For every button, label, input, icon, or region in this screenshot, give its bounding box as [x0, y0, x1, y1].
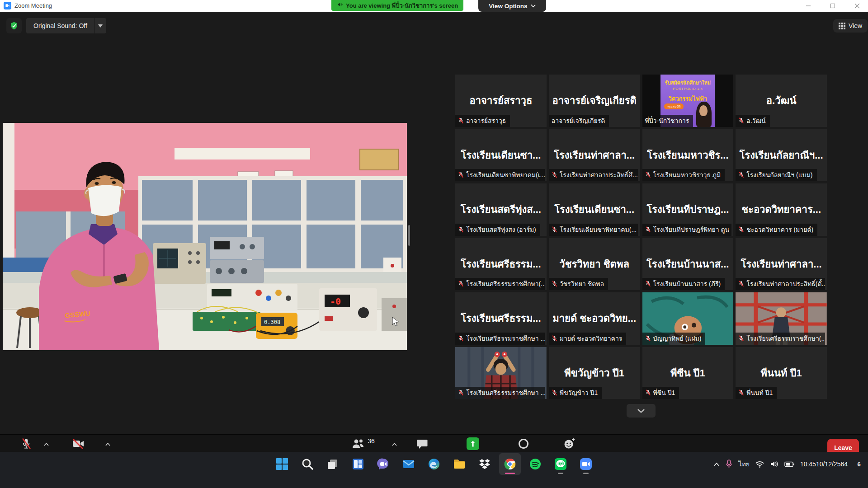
participant-name-label: โรงเรียนมหาวชิราวุธ ภูมิ — [642, 169, 725, 181]
participant-tile[interactable]: โรงเรียนบ้านนาส... โรงเรียนบ้านนาสาร (ภี… — [642, 238, 734, 291]
mic-off-icon — [458, 335, 464, 342]
svg-text:0.308: 0.308 — [264, 319, 280, 325]
tray-overflow-chevron[interactable] — [713, 462, 720, 466]
close-button[interactable] — [853, 1, 862, 10]
participant-display-name: โรงเรียนท่าศาลา... — [738, 258, 825, 270]
participant-tile[interactable]: ชะอวดวิทยาคาร... ชะอวดวิทยาคาร (มายด์) — [736, 183, 827, 236]
view-options-button[interactable]: View Options — [478, 0, 546, 12]
task-view-button[interactable] — [322, 453, 344, 475]
edge-button[interactable] — [423, 453, 445, 475]
participant-name-label: โรงเรียนเดียนซาพิทยาคม(เ... — [455, 169, 545, 181]
unmute-options-chevron[interactable] — [43, 441, 49, 448]
file-explorer-button[interactable] — [448, 453, 470, 475]
original-sound-dropdown[interactable] — [94, 18, 106, 33]
participant-tile-video[interactable]: โรงเรียนศรีธรรมราชศึกษา(... — [736, 292, 827, 345]
participant-name-label: โรงเรียนสตรีทุ่งสง (อาร์ม) — [455, 224, 540, 236]
mic-off-icon — [738, 389, 744, 396]
participants-gallery: อาจารย์สราวุธ อาจารย์สราวุธอาจารย์เจริญเ… — [455, 75, 827, 399]
mic-off-icon — [458, 281, 464, 287]
participant-tile-video[interactable]: โรงเรียนศรีธรรมราชศึกษา ... — [455, 347, 547, 399]
participant-tile[interactable]: อาจารย์สราวุธ อาจารย์สราวุธ — [455, 75, 547, 127]
participant-tile[interactable]: โรงเรียนศรีธรรม... โรงเรียนศรีธรรมราชศึก… — [455, 292, 547, 345]
maximize-button[interactable] — [828, 1, 837, 10]
gallery-scroll-down-button[interactable] — [627, 404, 656, 418]
minimize-button[interactable] — [804, 1, 813, 10]
line-icon — [554, 458, 567, 470]
original-sound-control: Original Sound: Off — [26, 18, 106, 33]
participant-tile[interactable]: โรงเรียนกัลยาณีฯ... โรงเรียนกัลยาณีฯ (แบ… — [736, 129, 827, 182]
language-indicator[interactable]: ไทย — [738, 459, 749, 469]
participant-label-text: โรงเรียนศรีธรรมราชศึกษา(... — [746, 333, 825, 343]
date: 10/12/2564 — [816, 460, 848, 468]
windows-start-button[interactable] — [271, 453, 293, 475]
task-view-icon — [326, 458, 339, 470]
participant-tile[interactable]: มายด์ ชะอวดวิทย... มายด์ ชะอวดวิทยาคาร — [549, 292, 640, 345]
participant-tile[interactable]: โรงเรียนเดียนซา... โรงเรียนเดียนซาพิทยาค… — [549, 183, 640, 236]
chevron-up-icon — [105, 442, 111, 446]
chat-icon — [416, 437, 428, 450]
running-app-indicator — [583, 473, 589, 474]
notification-badge[interactable]: 6 — [854, 459, 864, 469]
teams-chat-button[interactable] — [373, 453, 394, 475]
tray-microphone-in-use[interactable] — [726, 460, 732, 469]
zoom-meeting-window: Zoom Meeting You are viewing พี่ปิ๋ว-นัก… — [0, 0, 868, 488]
participant-tile[interactable]: พี่ขวัญข้าว ปี1 พี่ขวัญข้าว ปี1 — [549, 347, 640, 399]
participant-tile[interactable]: โรงเรียนท่าศาลา... โรงเรียนท่าศาลาประสิท… — [736, 238, 827, 291]
participant-name-label: อาจารย์สราวุธ — [455, 115, 510, 127]
participant-tile[interactable]: อาจารย์เจริญเกียรติอาจารย์เจริญเกียรติ — [549, 75, 640, 127]
widgets-button[interactable] — [347, 453, 369, 475]
zoom-app-button[interactable] — [575, 453, 597, 475]
running-app-indicator — [558, 473, 563, 474]
wifi-icon[interactable] — [755, 461, 764, 468]
participant-label-text: โรงเรียนศรีธรรมราชศึกษา ... — [466, 388, 545, 398]
participant-display-name: โรงเรียนบ้านนาส... — [644, 258, 731, 270]
participants-options-chevron[interactable] — [392, 441, 397, 448]
view-layout-button[interactable]: View — [833, 19, 868, 33]
mic-off-icon — [645, 335, 651, 342]
share-screen-icon — [467, 437, 479, 450]
volume-icon[interactable] — [770, 460, 778, 468]
participant-tile[interactable]: โรงเรียนทีปราษฎ... โรงเรียนทีปราษฎร์พิทย… — [642, 183, 734, 236]
participant-label-text: มายด์ ชะอวดวิทยาคาร — [560, 333, 623, 343]
participant-display-name: อาจารย์เจริญเกียรติ — [549, 95, 639, 106]
participants-count: 36 — [368, 437, 375, 445]
battery-icon[interactable] — [784, 461, 794, 467]
line-button[interactable] — [550, 453, 571, 475]
chrome-button[interactable] — [499, 453, 521, 475]
participant-name-label: โรงเรียนบ้านนาสาร (ภีรี) — [642, 278, 725, 290]
participant-name-label: โรงเรียนท่าศาลาประสิทธิ์(ดั้... — [736, 278, 825, 290]
video-options-chevron[interactable] — [105, 441, 111, 448]
search-button[interactable] — [297, 453, 318, 475]
participant-tile[interactable]: โรงเรียนเดียนซา... โรงเรียนเดียนซาพิทยาค… — [455, 129, 547, 182]
dropbox-button[interactable] — [474, 453, 495, 475]
participant-tile[interactable]: อ.วัฒน์ อ.วัฒน์ — [736, 75, 827, 127]
participant-display-name: พี่นนท์ ปี1 — [758, 367, 804, 379]
participant-tile[interactable]: วัชรวิทยา ชิตพล วัชรวิทยา ชิตพล — [549, 238, 640, 291]
participant-tile[interactable]: พี่ซีน ปี1 พี่ซีน ปี1 — [642, 347, 734, 399]
original-sound-button[interactable]: Original Sound: Off — [26, 18, 94, 33]
participant-label-text: โรงเรียนเดียนซาพิทยาคม(เ... — [466, 170, 545, 180]
chrome-icon — [504, 458, 516, 470]
participant-label-text: อ.วัฒน์ — [746, 116, 765, 126]
mail-button[interactable] — [398, 453, 420, 475]
participant-tile[interactable]: โรงเรียนมหาวชิร... โรงเรียนมหาวชิราวุธ ภ… — [642, 129, 734, 182]
panel-resize-handle[interactable] — [408, 225, 410, 246]
participant-tile[interactable]: พี่นนท์ ปี1 พี่นนท์ ปี1 — [736, 347, 827, 399]
clock[interactable]: 10:45 10/12/2564 — [800, 460, 848, 468]
participant-tile[interactable]: โรงเรียนท่าศาลา... โรงเรียนท่าศาลาประสิท… — [549, 129, 640, 182]
participants-icon — [351, 438, 365, 449]
participant-tile-video[interactable]: รับสมัครนักศึกษาใหม่ PORTFOLIO 1.4 วิศวก… — [642, 75, 734, 127]
participant-display-name: โรงเรียนมหาวชิร... — [644, 150, 731, 161]
participant-label-text: โรงเรียนสตรีทุ่งสง (อาร์ม) — [466, 225, 536, 235]
participant-label-text: โรงเรียนกัลยาณีฯ (แบม) — [746, 170, 812, 180]
participant-tile[interactable]: โรงเรียนสตรีทุ่งส... โรงเรียนสตรีทุ่งสง … — [455, 183, 547, 236]
security-shield-button[interactable] — [6, 18, 22, 33]
participant-tile[interactable]: โรงเรียนศรีธรรม... โรงเรียนศรีธรรมราชศึก… — [455, 238, 547, 291]
participant-tile-video[interactable]: บัญญาทิพย์ (แฝม) — [642, 292, 734, 345]
spotify-button[interactable] — [524, 453, 546, 475]
chevron-down-icon — [531, 4, 536, 8]
teams-chat-icon — [377, 458, 390, 470]
participant-name-label: โรงเรียนท่าศาลาประสิทธิ์ศึ... — [549, 169, 638, 181]
participant-display-name: วัชรวิทยา ชิตพล — [557, 258, 632, 270]
dropbox-icon — [478, 458, 491, 470]
